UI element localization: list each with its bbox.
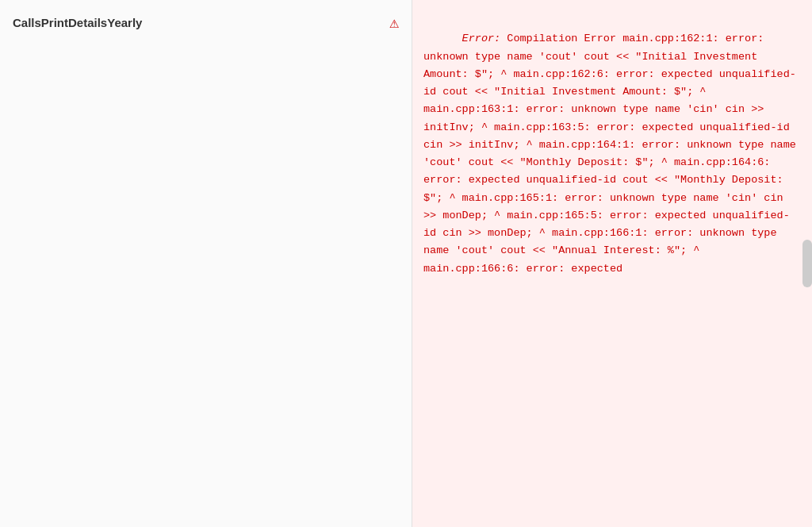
right-panel[interactable]: Error: Compilation Error main.cpp:162:1:…: [412, 0, 812, 527]
left-panel: CallsPrintDetailsYearly ⚠: [0, 0, 412, 527]
error-output: Error: Compilation Error main.cpp:162:1:…: [423, 13, 801, 295]
scroll-indicator[interactable]: [802, 240, 812, 287]
error-label: Error:: [462, 33, 501, 44]
left-header: CallsPrintDetailsYearly ⚠: [13, 13, 399, 32]
function-title: CallsPrintDetailsYearly: [13, 16, 142, 29]
main-container: CallsPrintDetailsYearly ⚠ Error: Compila…: [0, 0, 812, 527]
error-body: Compilation Error main.cpp:162:1: error:…: [423, 33, 802, 274]
error-warning-icon: ⚠: [389, 13, 399, 32]
